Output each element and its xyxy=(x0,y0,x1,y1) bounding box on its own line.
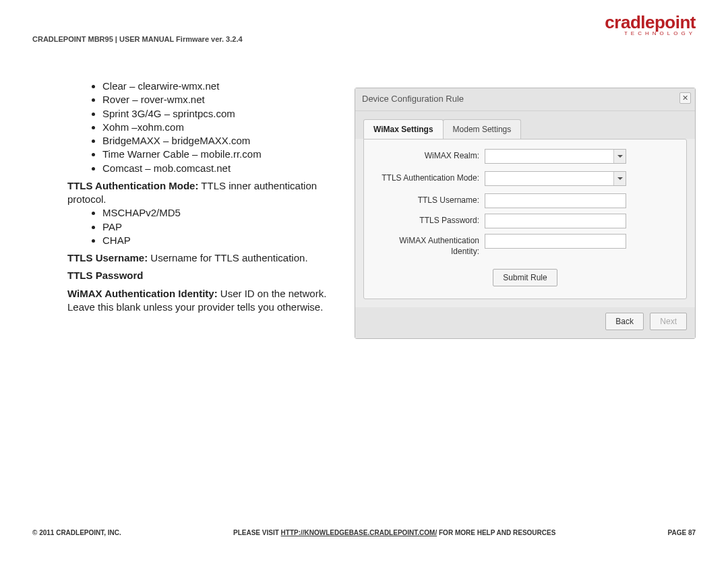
ttls-mode-dropdown[interactable] xyxy=(485,171,626,186)
list-item: Comcast – mob.comcast.net xyxy=(102,162,351,175)
field-label-mode: TTLS Authentication Mode: xyxy=(373,171,485,184)
list-item: BridgeMAXX – bridgeMAXX.com xyxy=(102,134,351,148)
page-footer: © 2011 CRADLEPOINT, INC. PLEASE VISIT HT… xyxy=(32,529,696,536)
list-item: Time Warner Cable – mobile.rr.com xyxy=(102,148,351,161)
footer-link[interactable]: HTTP://KNOWLEDGEBASE.CRADLEPOINT.COM/ xyxy=(281,529,437,536)
ttls-password-input[interactable] xyxy=(485,214,626,228)
field-label-user: TTLS Username: xyxy=(373,193,485,206)
ttls-mode-para: TTLS Authentication Mode: TTLS inner aut… xyxy=(67,179,351,207)
next-button: Next xyxy=(650,313,687,330)
submit-rule-button[interactable]: Submit Rule xyxy=(493,269,557,286)
device-config-dialog: Device Configuration Rule ✕ WiMax Settin… xyxy=(355,88,696,339)
footer-page: PAGE 87 xyxy=(668,529,696,536)
dialog-title: Device Configuration Rule xyxy=(362,94,464,104)
chevron-down-icon xyxy=(613,150,626,163)
body-text: Clear – clearwire-wmx.net Rover – rover-… xyxy=(67,80,351,314)
ttls-pass-label: TTLS Password xyxy=(67,269,351,282)
tab-modem-settings[interactable]: Modem Settings xyxy=(443,119,522,139)
doc-header: CRADLEPOINT MBR95 | USER MANUAL Firmware… xyxy=(32,35,243,43)
wimax-realm-dropdown[interactable] xyxy=(485,149,626,164)
list-item: MSCHAPv2/MD5 xyxy=(102,206,351,220)
tab-wimax-settings[interactable]: WiMax Settings xyxy=(363,119,444,139)
ttls-user-label: TTLS Username: xyxy=(67,252,148,263)
footer-copyright: © 2011 CRADLEPOINT, INC. xyxy=(32,529,121,536)
wimax-auth-label: WiMAX Authentication Identity: xyxy=(67,288,218,299)
ttls-user-para: TTLS Username: Username for TTLS authent… xyxy=(67,251,351,265)
ttls-username-input[interactable] xyxy=(485,193,626,208)
dialog-tabs: WiMax SettingsModem Settings xyxy=(355,111,695,139)
close-icon[interactable]: ✕ xyxy=(679,92,691,104)
ttls-mode-label: TTLS Authentication Mode: xyxy=(67,180,198,191)
ttls-mode-list: MSCHAPv2/MD5 PAP CHAP xyxy=(102,206,351,247)
footer-help: PLEASE VISIT HTTP://KNOWLEDGEBASE.CRADLE… xyxy=(121,529,668,536)
field-label-ident: WiMAX Authentication Identity: xyxy=(373,234,485,257)
wimax-auth-para: WiMAX Authentication Identity: User ID o… xyxy=(67,287,351,315)
field-label-pass: TTLS Password: xyxy=(373,214,485,226)
back-button[interactable]: Back xyxy=(605,313,644,330)
list-item: Rover – rover-wmx.net xyxy=(102,93,351,106)
brand-logo: cradlepoint TECHNOLOGY xyxy=(605,12,696,36)
footer-post: FOR MORE HELP AND RESOURCES xyxy=(437,529,555,536)
list-item: CHAP xyxy=(102,234,351,247)
footer-pre: PLEASE VISIT xyxy=(233,529,281,536)
field-label-realm: WiMAX Realm: xyxy=(373,149,485,162)
list-item: PAP xyxy=(102,220,351,234)
provider-list: Clear – clearwire-wmx.net Rover – rover-… xyxy=(102,80,351,175)
list-item: Clear – clearwire-wmx.net xyxy=(102,80,351,93)
chevron-down-icon xyxy=(613,172,626,185)
dialog-header: Device Configuration Rule ✕ xyxy=(355,88,695,111)
dialog-body: WiMAX Realm: TTLS Authentication Mode: T… xyxy=(363,139,687,299)
dialog-footer: Back Next xyxy=(355,307,695,338)
list-item: Sprint 3G/4G – sprintpcs.com xyxy=(102,107,351,121)
wimax-identity-input[interactable] xyxy=(485,234,626,249)
list-item: Xohm –xohm.com xyxy=(102,121,351,134)
ttls-user-desc: Username for TTLS authentication. xyxy=(148,252,307,263)
